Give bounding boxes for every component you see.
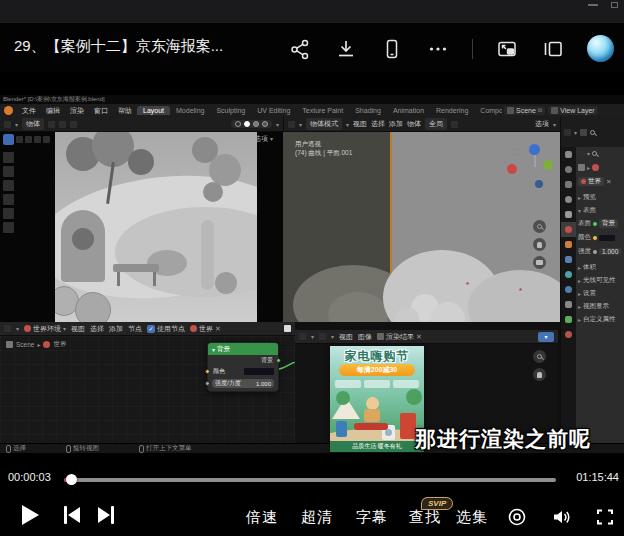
workspace-tab: Modeling (170, 106, 210, 115)
view-layer-selector: View Layer (548, 106, 598, 115)
right-viewport-header: ▾ 物体模式 ▾ 视图 选择 添加 物体 全局 选项 ▾ (283, 117, 560, 132)
scene-icon (578, 164, 585, 171)
screen-cast-button[interactable] (541, 37, 565, 61)
display-channels-button: ▾ (538, 332, 554, 342)
node-color-label: 颜色 (213, 367, 225, 376)
world-icon (190, 325, 197, 332)
gizmo-axis-line (534, 155, 536, 167)
world-name: 世界 (588, 177, 601, 186)
video-player: 29、【案例十二】京东海报案... (0, 0, 624, 536)
volume-button[interactable] (550, 506, 572, 528)
properties-panel: ▾ ▸ 世界 ✕ ▸预览 ▾表面 表面 背景 颜色 (560, 147, 624, 443)
search-icon (592, 151, 597, 156)
poster-tag (364, 380, 390, 388)
clay-table-leg (117, 272, 120, 286)
world-icon (24, 325, 31, 332)
progress-track[interactable] (64, 478, 556, 482)
poster-tag (393, 380, 419, 388)
progress-handle[interactable] (66, 474, 77, 485)
render-result-poster: 家电嗨购节 每满200减30 (330, 346, 424, 452)
view-info: (74) 曲线 | 平面.001 (295, 149, 352, 158)
properties-breadcrumb: ▸ (578, 164, 599, 171)
gizmo-minus-axis (513, 148, 521, 156)
pip-button[interactable] (495, 37, 519, 61)
editor-type-icon (288, 121, 295, 128)
record-button[interactable] (507, 507, 527, 527)
viewport-camera-icon (533, 256, 546, 269)
poster-tree (336, 391, 350, 405)
left-3d-viewport: 选项 ▾ (0, 132, 283, 322)
breadcrumb-scene: Scene (16, 341, 34, 348)
properties-header: ▾ (578, 150, 597, 157)
image-name: 渲染结果 (386, 332, 414, 342)
menu-window: 窗口 (89, 106, 113, 116)
view-menu: 视图 (339, 332, 353, 342)
image-icon (377, 333, 384, 340)
proportional-icon (70, 121, 77, 128)
total-time: 01:15:44 (576, 471, 619, 483)
clay-table (113, 264, 159, 272)
image-editor-header: ▾ ▾ 视图 图像 渲染结果✕ ▾ (295, 330, 558, 344)
quality-button[interactable]: 超清 (301, 508, 333, 527)
scene-name: Scene (516, 107, 536, 114)
node-output-label: 背景 (261, 356, 273, 365)
clay-mushroom (215, 272, 237, 294)
world-name: 世界 (199, 324, 213, 334)
menu-file: 文件 (17, 106, 41, 116)
gizmo-minus-axis (535, 180, 543, 188)
share-button[interactable] (288, 37, 312, 61)
fullscreen-button[interactable] (594, 506, 616, 528)
pip-icon (496, 38, 518, 60)
user-avatar[interactable] (587, 35, 614, 62)
workspace-tab: UV Editing (251, 106, 296, 115)
orientation-selector: 全局 (425, 118, 447, 130)
play-on-phone-button[interactable] (380, 37, 404, 61)
video-surface[interactable]: Blender* [D:\案例\京东海报案例.blend] 文件 编辑 渲染 窗… (0, 95, 624, 453)
node-menu: 节点 (128, 324, 142, 334)
poster-washer-door (385, 429, 392, 436)
scene-icon (6, 341, 13, 348)
poster-sled (354, 423, 388, 430)
more-button[interactable] (426, 37, 450, 61)
next-episode-button[interactable] (98, 506, 114, 524)
world-icon (592, 164, 599, 171)
copy-icon: ⧉ (538, 107, 542, 114)
play-button[interactable] (22, 505, 39, 525)
fullscreen-icon (594, 506, 616, 528)
mode-selector: 物体 (22, 118, 44, 130)
gizmo-y-axis (543, 160, 553, 170)
svip-badge: SVIP (421, 497, 453, 510)
red-flower-marker: * (519, 286, 522, 295)
window-control-icon[interactable] (588, 4, 598, 6)
workspace-tab: Shading (349, 106, 387, 115)
skip-triangle-icon (68, 507, 80, 523)
shader-type-selector: 世界环境 (33, 324, 61, 334)
episodes-button[interactable]: 选集 (456, 508, 488, 527)
subtitles-button[interactable]: 字幕 (356, 508, 388, 527)
scene-icon (507, 107, 514, 114)
object-menu: 物体 (407, 119, 421, 129)
poster-character-body (364, 409, 380, 422)
scale-tool-icon (3, 208, 14, 219)
left-viewport-header: ▾ 物体 ▾ (0, 117, 283, 132)
find-button[interactable]: 查找 (409, 508, 441, 527)
scene-selector: Scene ⧉ (504, 106, 545, 115)
material-shading-icon (253, 121, 259, 127)
view-menu: 视图 (71, 324, 85, 334)
move-tool-icon (3, 180, 14, 191)
subtitle-overlay: 那进行渲染之前呢 (415, 425, 591, 453)
blender-menubar: 文件 编辑 渲染 窗口 帮助 Layout Modeling Sculpting… (0, 104, 624, 117)
color-socket-icon (205, 369, 210, 374)
window-control-icon[interactable] (611, 2, 618, 8)
previous-episode-button[interactable] (64, 506, 80, 524)
download-button[interactable] (334, 37, 358, 61)
view-layer-name: View Layer (560, 107, 595, 114)
world-properties-tab (561, 222, 576, 237)
editor-type-icon (4, 121, 11, 128)
data-properties-tab (561, 312, 576, 327)
options-dropdown: 选项 (535, 119, 549, 129)
phone-icon (381, 38, 403, 60)
volume-icon (550, 506, 572, 528)
workspace-tab: Sculpting (210, 106, 251, 115)
playback-speed-button[interactable]: 倍速 (246, 508, 278, 527)
